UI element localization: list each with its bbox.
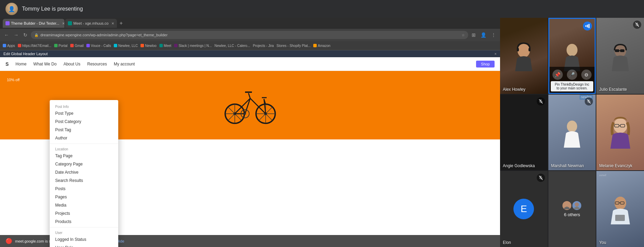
dropdown-item-pages[interactable]: Pages	[50, 193, 118, 201]
star-icon[interactable]: ☆	[462, 33, 465, 37]
remove-action-button[interactable]: ⊖	[581, 70, 592, 80]
browser-chrome: Theme Builder - Divi Tester... ✕ Meet - …	[0, 18, 500, 50]
mini-person-1	[562, 201, 571, 210]
browser-tab-divi[interactable]: Theme Builder - Divi Tester... ✕	[3, 19, 64, 28]
dropdown-item-media[interactable]: Media	[50, 201, 118, 209]
bookmark-newloo[interactable]: Newloo	[141, 44, 156, 48]
bookmark-projects[interactable]: Projects - Jira	[253, 44, 274, 48]
dropdown-item-author[interactable]: Author	[50, 134, 118, 142]
dropdown-item-posttype[interactable]: Post Type	[50, 109, 118, 118]
dropdown-item-posttag[interactable]: Post Tag	[50, 126, 118, 134]
svg-point-23	[518, 44, 530, 58]
extensions-icon[interactable]: ⊞	[470, 32, 477, 38]
svg-rect-33	[615, 49, 619, 52]
site-logo: S	[5, 61, 9, 67]
browser-tabs: Theme Builder - Divi Tester... ✕ Meet - …	[0, 18, 500, 29]
nav-item-about[interactable]: About Us	[63, 62, 80, 66]
dropdown-item-products[interactable]: Products	[50, 218, 118, 226]
participant-tile-melanie[interactable]: Melanie Evanczyk	[596, 95, 644, 171]
tab-label-meet: Meet - xge.mhuus.co	[73, 21, 109, 25]
dropdown-section-location: Location	[50, 145, 118, 152]
other-avatar-2	[572, 201, 581, 210]
bookmark-newlee2[interactable]: Newlee, LLC - Calero...	[215, 44, 250, 48]
bookmark-amazon[interactable]: Amazon	[313, 44, 330, 48]
participant-tile-julio[interactable]: Julio Escalante	[596, 18, 644, 94]
dropdown-item-projects[interactable]: Projects	[50, 209, 118, 218]
bookmark-icon-gmail	[70, 44, 74, 47]
participant-tile-others[interactable]: 6 others	[548, 171, 596, 247]
melanie-photo	[596, 95, 644, 171]
bookmark-label-vouce: Vouce - Calls	[91, 44, 111, 48]
tab-close-meet[interactable]: ✕	[111, 22, 114, 25]
dropdown-item-postcategory[interactable]: Post Category	[50, 118, 118, 126]
dropdown-item-tagpage[interactable]: Tag Page	[50, 152, 118, 160]
back-button[interactable]: ←	[3, 32, 10, 38]
tab-close-divi[interactable]: ✕	[62, 22, 64, 25]
dropdown-item-datearchive[interactable]: Date Archive	[50, 168, 118, 176]
bookmark-portal[interactable]: Portal	[54, 44, 68, 48]
participant-tile-thinkbydesign[interactable]: 📌 🎤 ⊖ Pin ThinkByDesign Inc to your main…	[548, 18, 596, 94]
nav-item-account[interactable]: My account	[114, 62, 135, 66]
presenter-avatar: 👤	[5, 3, 18, 15]
divi-close-button[interactable]: ×	[495, 52, 497, 56]
new-tab-button[interactable]: +	[118, 20, 125, 26]
svg-line-16	[248, 93, 250, 98]
address-bar[interactable]: 🔒 dreamimagine.wpengine.com/wp-admin/adm…	[31, 31, 468, 39]
bookmark-icon-meet	[159, 44, 163, 47]
bookmark-vouce[interactable]: Vouce - Calls	[86, 44, 111, 48]
participant-tile-elon[interactable]: E Elon	[500, 171, 548, 247]
svg-rect-25	[528, 48, 531, 51]
bike-illustration	[223, 85, 278, 126]
bookmark-label-newloo: Newloo	[145, 44, 156, 48]
reload-button[interactable]: ↻	[22, 32, 29, 38]
dropdown-item-userrole[interactable]: User Role	[50, 244, 118, 247]
nav-item-resources[interactable]: Resources	[87, 62, 107, 66]
bookmark-stores[interactable]: Stores - Shopify Plat...	[277, 44, 311, 48]
others-avatars-grid	[562, 201, 581, 210]
julio-mute-icon	[633, 21, 641, 29]
bookmark-icon-newloo	[141, 44, 144, 47]
participant-tile-alex[interactable]: Alex Howley	[500, 18, 548, 94]
bookmark-gmail[interactable]: Gmail	[70, 44, 84, 48]
participant-tile-marshall[interactable]: newlee Marshall Newman	[548, 95, 596, 171]
alex-name: Alex Howley	[503, 87, 525, 92]
dropdown-item-searchresults[interactable]: Search Results	[50, 176, 118, 185]
avatar-image: 👤	[5, 3, 18, 15]
top-bar: 👤 Tommy Lee is presenting	[0, 0, 644, 18]
julio-photo	[596, 18, 644, 94]
bookmark-email[interactable]: https://bkt7/Email...	[18, 44, 51, 48]
lock-icon: 🔒	[34, 33, 38, 37]
nav-item-what[interactable]: What We Do	[33, 62, 57, 66]
bookmark-icon-vouce	[86, 44, 90, 47]
nav-item-home[interactable]: Home	[15, 62, 26, 66]
page-content: Edit Global Header Layout × S Home What …	[0, 50, 500, 247]
dropdown-item-loggedinstatus[interactable]: Logged In Status	[50, 235, 118, 244]
dropdown-section-postinfo: Post Info	[50, 103, 118, 109]
bookmark-newlee[interactable]: Newlee, LLC	[114, 44, 138, 48]
julio-name: Julio Escalante	[599, 87, 627, 92]
forward-button[interactable]: →	[12, 32, 20, 38]
bookmark-label-email: https://bkt7/Email...	[22, 44, 51, 48]
bookmark-label-newlee2: Newlee, LLC - Calero...	[215, 44, 250, 48]
participant-tile-angie[interactable]: Angie Godlewska	[500, 95, 548, 171]
mic-action-button[interactable]: 🎤	[567, 70, 577, 80]
bookmark-label-projects: Projects - Jira	[253, 44, 274, 48]
marshall-mute-icon	[585, 97, 593, 106]
tbyd-tooltip-overlay: 📌 🎤 ⊖ Pin ThinkByDesign Inc to your main…	[549, 67, 595, 93]
dropdown-item-posts[interactable]: Posts	[50, 185, 118, 193]
bookmark-meet[interactable]: Meet	[159, 44, 171, 48]
bookmark-apps[interactable]: Apps	[3, 44, 15, 48]
melanie-name: Melanie Evanczyk	[599, 163, 632, 168]
shop-button[interactable]: Shop	[476, 61, 495, 67]
bookmarks-bar: Apps https://bkt7/Email... Portal Gmail …	[0, 41, 500, 50]
dropdown-item-categorypage[interactable]: Category Page	[50, 160, 118, 168]
participant-tile-you[interactable]: eelw∂ You	[596, 171, 644, 247]
profile-icon[interactable]: 👤	[479, 32, 488, 38]
svg-rect-53	[615, 215, 625, 221]
elon-mute-icon	[537, 174, 545, 182]
browser-tab-meet[interactable]: Meet - xge.mhuus.co ✕	[65, 19, 117, 28]
bookmark-slack[interactable]: Slack | meetings | N...	[174, 44, 212, 48]
pin-action-button[interactable]: 📌	[552, 70, 563, 80]
menu-icon[interactable]: ⋮	[490, 32, 497, 38]
angie-mic-off-icon	[539, 99, 543, 104]
